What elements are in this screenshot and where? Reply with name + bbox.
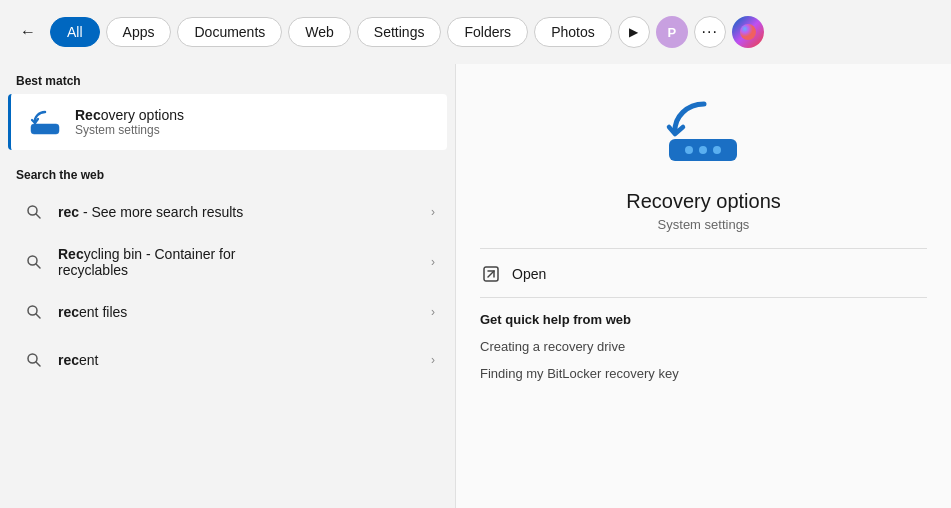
- pill-folders[interactable]: Folders: [447, 17, 528, 47]
- svg-rect-1: [31, 124, 59, 134]
- web-item-rec-text: rec - See more search results: [58, 204, 421, 220]
- help-section-label: Get quick help from web: [480, 312, 927, 327]
- divider-2: [480, 297, 927, 298]
- web-item-rec[interactable]: rec - See more search results ›: [4, 188, 451, 236]
- web-item-recent-files-text: recent files: [58, 304, 421, 320]
- chevron-icon-1: ›: [431, 205, 435, 219]
- web-item-recent[interactable]: recent ›: [4, 336, 451, 384]
- best-match-subtitle: System settings: [75, 123, 184, 137]
- left-panel: Best match Recovery options System setti…: [0, 64, 455, 508]
- open-action[interactable]: Open: [480, 263, 927, 285]
- svg-line-3: [36, 214, 40, 218]
- search-icon-3: [20, 298, 48, 326]
- web-section-label: Search the web: [0, 158, 455, 188]
- open-label: Open: [512, 266, 546, 282]
- recovery-panel-title: Recovery options: [626, 190, 781, 213]
- divider: [480, 248, 927, 249]
- right-panel: Recovery options System settings Open Ge…: [455, 64, 951, 508]
- pill-all[interactable]: All: [50, 17, 100, 47]
- best-match-title: Recovery options: [75, 107, 184, 123]
- svg-line-9: [36, 362, 40, 366]
- search-icon-4: [20, 346, 48, 374]
- search-icon-1: [20, 198, 48, 226]
- svg-point-11: [685, 146, 693, 154]
- pill-photos[interactable]: Photos: [534, 17, 612, 47]
- search-icon-2: [20, 248, 48, 276]
- open-icon: [480, 263, 502, 285]
- chevron-icon-3: ›: [431, 305, 435, 319]
- best-match-text: Recovery options System settings: [75, 107, 184, 137]
- profile-button[interactable]: P: [656, 16, 688, 48]
- svg-line-5: [36, 264, 40, 268]
- svg-line-7: [36, 314, 40, 318]
- help-link-1[interactable]: Creating a recovery drive: [480, 337, 927, 356]
- back-button[interactable]: ←: [12, 16, 44, 48]
- pill-settings[interactable]: Settings: [357, 17, 442, 47]
- recovery-panel-subtitle: System settings: [658, 217, 750, 232]
- chevron-icon-2: ›: [431, 255, 435, 269]
- web-item-recent-files[interactable]: recent files ›: [4, 288, 451, 336]
- main-content: Best match Recovery options System setti…: [0, 64, 951, 508]
- help-link-2[interactable]: Finding my BitLocker recovery key: [480, 364, 927, 383]
- title-rest: overy options: [101, 107, 184, 123]
- title-highlight: Rec: [75, 107, 101, 123]
- play-button[interactable]: ▶: [618, 16, 650, 48]
- pill-apps[interactable]: Apps: [106, 17, 172, 47]
- web-item-recycling[interactable]: Recycling bin - Container for recyclable…: [4, 236, 451, 288]
- svg-point-0: [740, 24, 756, 40]
- recovery-options-icon: [27, 104, 63, 140]
- pill-documents[interactable]: Documents: [177, 17, 282, 47]
- svg-point-13: [713, 146, 721, 154]
- svg-point-12: [699, 146, 707, 154]
- web-item-recent-text: recent: [58, 352, 421, 368]
- svg-line-15: [488, 271, 494, 277]
- more-button[interactable]: ···: [694, 16, 726, 48]
- chevron-icon-4: ›: [431, 353, 435, 367]
- recovery-icon-large: [659, 94, 749, 178]
- copilot-icon[interactable]: [732, 16, 764, 48]
- topbar: ← All Apps Documents Web Settings Folder…: [0, 0, 951, 64]
- web-items: Search the web rec - See more search res…: [0, 158, 455, 384]
- pill-web[interactable]: Web: [288, 17, 351, 47]
- best-match-item[interactable]: Recovery options System settings: [8, 94, 447, 150]
- best-match-label: Best match: [0, 64, 455, 94]
- web-item-recycling-text: Recycling bin - Container for recyclable…: [58, 246, 421, 278]
